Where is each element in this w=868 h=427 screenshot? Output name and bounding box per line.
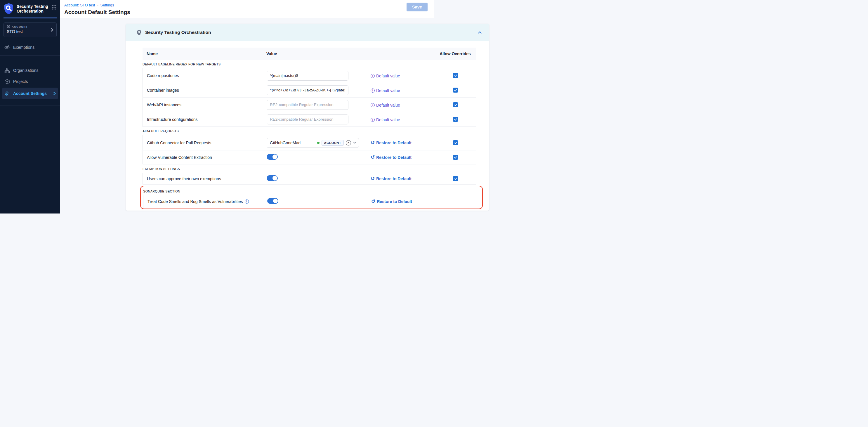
module-accent-bar bbox=[3, 18, 57, 19]
restore-to-default-link[interactable]: ↺ Restore to Default bbox=[371, 176, 411, 181]
table-row: Container images i Default value bbox=[143, 83, 434, 97]
info-icon: i bbox=[371, 89, 375, 93]
connector-status-dot-icon bbox=[317, 142, 319, 144]
layers-icon bbox=[7, 25, 10, 28]
sidebar-item-exemptions[interactable]: Exemptions bbox=[0, 42, 60, 53]
breadcrumb: Account: STO test › Settings bbox=[64, 3, 434, 7]
column-header-value: Value bbox=[266, 52, 370, 56]
setting-name: Users can approve their own exemptions bbox=[143, 176, 267, 181]
setting-name: Treat Code Smells and Bug Smells as Vuln… bbox=[148, 199, 243, 204]
projects-cube-icon bbox=[4, 79, 10, 84]
breadcrumb-separator-icon: › bbox=[97, 3, 98, 7]
settings-card: Security Testing Orchestration Name Valu… bbox=[126, 24, 434, 211]
settings-table: Name Value Allow Overrides DEFAULT BASEL… bbox=[143, 48, 434, 209]
default-value-link[interactable]: i Default value bbox=[371, 103, 400, 108]
container-images-input[interactable] bbox=[267, 85, 348, 95]
setting-name: Container images bbox=[143, 88, 267, 93]
table-row: Github Connector for Pull Requests GitHu… bbox=[143, 135, 434, 150]
panel-title: Security Testing Orchestration bbox=[145, 30, 211, 35]
save-button[interactable]: Save bbox=[407, 3, 428, 11]
sidebar: Security Testing Orchestration ACCOUNT S… bbox=[0, 0, 60, 214]
web-api-instances-input[interactable] bbox=[267, 100, 348, 110]
connector-scope-badge: ACCOUNT bbox=[321, 140, 344, 146]
info-icon: i bbox=[371, 118, 375, 122]
default-value-link[interactable]: i Default value bbox=[371, 73, 400, 78]
sidebar-item-label: Account Settings bbox=[13, 91, 47, 96]
setting-name: Web/API instances bbox=[143, 102, 267, 107]
restore-icon: ↺ bbox=[371, 176, 375, 181]
app-header: Security Testing Orchestration bbox=[0, 0, 60, 17]
chevron-down-icon[interactable] bbox=[353, 142, 356, 144]
default-value-link[interactable]: i Default value bbox=[371, 117, 400, 122]
treat-code-smells-toggle[interactable] bbox=[267, 198, 278, 204]
restore-to-default-link[interactable]: ↺ Restore to Default bbox=[371, 155, 411, 160]
chevron-right-icon bbox=[50, 27, 54, 32]
app-switcher-icon[interactable] bbox=[52, 5, 57, 10]
self-approve-exemptions-toggle[interactable] bbox=[267, 175, 278, 181]
restore-to-default-link[interactable]: ↺ Restore to Default bbox=[371, 199, 412, 204]
table-row: Code repositories i Default value bbox=[143, 68, 434, 83]
vulnerable-content-toggle[interactable] bbox=[267, 154, 278, 160]
table-row: Web/API instances i Default value bbox=[143, 97, 434, 112]
sto-section-header[interactable]: Security Testing Orchestration bbox=[126, 24, 434, 41]
sidebar-item-organizations[interactable]: Organizations bbox=[0, 65, 60, 76]
setting-name: Allow Vulnerable Content Extraction bbox=[143, 155, 267, 160]
section-label-exemption-settings: EXEMPTION SETTINGS bbox=[143, 164, 434, 173]
info-icon[interactable]: i bbox=[245, 200, 249, 204]
restore-icon: ↺ bbox=[371, 140, 375, 145]
section-label-baseline-regex: DEFAULT BASELINE REGEX FOR NEW TARGETS bbox=[143, 60, 434, 68]
setting-name: Github Connector for Pull Requests bbox=[143, 141, 267, 145]
account-scope-label: ACCOUNT bbox=[12, 25, 28, 28]
restore-icon: ↺ bbox=[371, 155, 375, 160]
github-connector-select[interactable]: GitHubGoneMad ACCOUNT ✕ bbox=[267, 138, 359, 148]
table-row: Treat Code Smells and Bug Smells as Vuln… bbox=[143, 195, 434, 208]
default-value-link[interactable]: i Default value bbox=[371, 88, 400, 93]
restore-to-default-link[interactable]: ↺ Restore to Default bbox=[371, 140, 411, 145]
page-header: Account: STO test › Settings Account Def… bbox=[60, 0, 434, 18]
table-row: Allow Vulnerable Content Extraction ↺ Re… bbox=[143, 150, 434, 164]
breadcrumb-settings-link[interactable]: Settings bbox=[100, 3, 114, 7]
chevron-right-icon bbox=[53, 91, 56, 95]
gear-icon bbox=[4, 91, 10, 96]
column-header-name: Name bbox=[143, 52, 266, 56]
sidebar-item-label: Organizations bbox=[13, 68, 38, 73]
sidebar-item-label: Exemptions bbox=[13, 45, 34, 50]
sidebar-item-projects[interactable]: Projects bbox=[0, 76, 60, 87]
sidebar-item-label: Projects bbox=[13, 79, 28, 84]
section-label-sonarqube: SONARQUBE SECTION bbox=[143, 187, 434, 195]
clear-selection-icon[interactable]: ✕ bbox=[346, 140, 351, 146]
info-icon: i bbox=[371, 103, 375, 107]
page-content: Security Testing Orchestration Name Valu… bbox=[60, 18, 434, 214]
eye-off-icon bbox=[4, 44, 10, 50]
restore-icon: ↺ bbox=[371, 199, 375, 204]
account-scope-selector[interactable]: ACCOUNT STO test bbox=[3, 23, 57, 37]
page-title: Account Default Settings bbox=[64, 9, 434, 16]
table-row: Infrastructure configurations i Default … bbox=[143, 112, 434, 127]
sidebar-divider bbox=[0, 105, 60, 105]
infrastructure-configurations-input[interactable] bbox=[267, 115, 348, 124]
info-icon: i bbox=[371, 74, 375, 78]
annotation-highlight-box: SONARQUBE SECTION Treat Code Smells and … bbox=[140, 186, 434, 209]
table-row: Users can approve their own exemptions ↺… bbox=[143, 173, 434, 185]
table-header-row: Name Value Allow Overrides bbox=[143, 48, 434, 60]
main-area: Account: STO test › Settings Account Def… bbox=[60, 0, 434, 214]
breadcrumb-account-link[interactable]: Account: STO test bbox=[64, 3, 95, 7]
organizations-icon bbox=[4, 68, 10, 73]
sidebar-divider bbox=[0, 55, 60, 56]
app-title: Security Testing Orchestration bbox=[17, 4, 49, 13]
setting-name: Code repositories bbox=[143, 73, 267, 78]
section-label-aida-pull-requests: AIDA PULL REQUESTS bbox=[143, 127, 434, 135]
code-repositories-input[interactable] bbox=[267, 71, 348, 81]
connector-name: GitHubGoneMad bbox=[270, 141, 301, 145]
account-name: STO test bbox=[7, 29, 54, 34]
setting-name: Infrastructure configurations bbox=[143, 117, 267, 122]
sto-shield-logo-icon bbox=[3, 3, 14, 14]
shield-search-icon bbox=[137, 30, 142, 35]
sidebar-item-account-settings[interactable]: Account Settings bbox=[2, 88, 58, 99]
